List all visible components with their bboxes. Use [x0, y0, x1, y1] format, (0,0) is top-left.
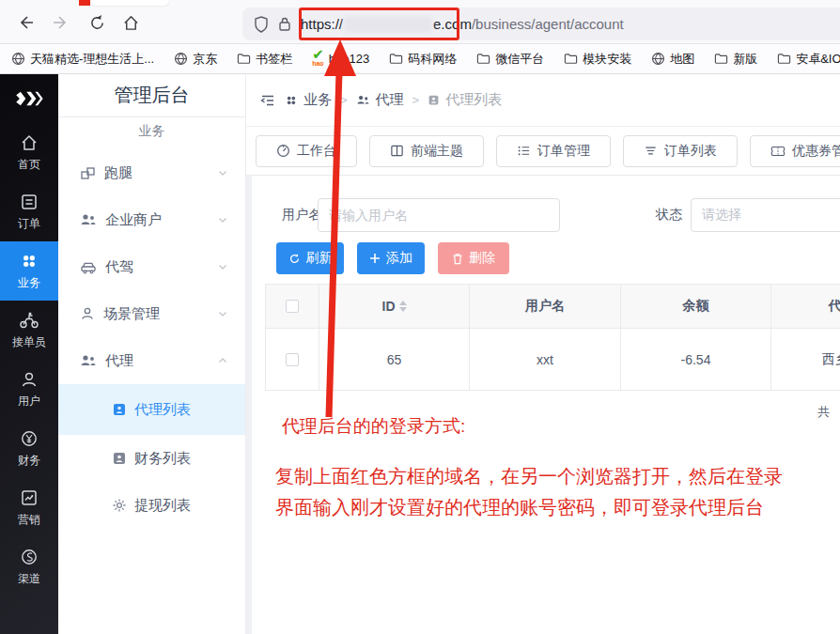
cell-username: xxt [470, 329, 621, 390]
rail-item-channels[interactable]: 渠道 [0, 537, 58, 596]
hao123-icon: ✔hao [312, 50, 324, 69]
gear-icon [112, 498, 127, 513]
folder-icon [237, 52, 251, 66]
refresh-list-button[interactable]: 刷新 [276, 242, 344, 274]
rail-item-users[interactable]: 用户 [0, 360, 58, 419]
bookmarks-bar: 天猫精选-理想生活上... 京东 书签栏 ✔hao hao123 码科网络 微信… [0, 44, 840, 74]
rider-icon [19, 311, 39, 330]
column-header-balance: 余额 [621, 285, 771, 328]
id-badge-icon [428, 94, 440, 106]
rail-item-business[interactable]: 业务 [0, 241, 58, 301]
chevron-down-icon [217, 214, 228, 225]
app-logo[interactable] [0, 74, 58, 123]
coupon-icon [770, 145, 786, 158]
person-icon [80, 306, 95, 321]
chevron-down-icon [217, 261, 228, 272]
username-input[interactable] [318, 198, 560, 232]
bookmark-item[interactable]: 模块安装 [564, 51, 631, 68]
people-icon [80, 212, 97, 227]
breadcrumb-separator: > [340, 93, 348, 107]
table-row[interactable]: 65 xxt -6.54 西乡塘 [266, 329, 840, 390]
order-icon [20, 193, 39, 211]
row-checkbox[interactable] [286, 353, 299, 366]
chevron-down-icon [217, 308, 228, 319]
breadcrumb-item-agent-list: 代理列表 [428, 91, 502, 109]
folder-icon [714, 52, 728, 66]
menu-item-enterprise[interactable]: 企业商户 [58, 196, 245, 243]
username-label: 用户名 [282, 207, 321, 224]
forward-button[interactable] [49, 10, 73, 35]
globe-icon [174, 52, 188, 66]
refresh-button[interactable] [85, 10, 109, 35]
rail-item-finance[interactable]: 财务 [0, 419, 58, 478]
dashboard-icon [276, 144, 290, 158]
column-header-username: 用户名 [470, 285, 621, 328]
rail-item-couriers[interactable]: 接单员 [0, 301, 58, 360]
bookmark-item[interactable]: 新版 [714, 51, 757, 68]
refresh-icon [288, 253, 301, 265]
home-icon [20, 133, 39, 152]
select-all-checkbox[interactable] [286, 300, 299, 313]
breadcrumb: 业务 > 代理 > 代理列表 [246, 74, 840, 127]
collapse-sidebar-icon[interactable] [259, 92, 276, 109]
bookmark-item[interactable]: 天猫精选-理想生活上... [11, 51, 154, 68]
status-placeholder: 请选择 [702, 207, 741, 224]
active-tab-sliver[interactable] [90, 0, 169, 6]
finance-icon [20, 429, 39, 448]
submenu-item-finance-list[interactable]: 财务列表 [58, 435, 245, 482]
globe-icon [651, 52, 665, 66]
breadcrumb-item-agents[interactable]: 代理 [356, 91, 404, 109]
chevron-up-icon [217, 355, 228, 366]
apps-icon [285, 94, 298, 107]
tab-workbench[interactable]: 工作台 [256, 135, 357, 167]
bookmark-item[interactable]: 微信平台 [476, 51, 544, 68]
pagination-total: 共 [817, 404, 830, 421]
cell-agent: 西乡塘 [771, 329, 840, 390]
bookmark-item[interactable]: 码科网络 [389, 51, 457, 68]
list-manage-icon [517, 144, 531, 158]
tab-order-list[interactable]: 订单列表 [623, 135, 738, 167]
annotation-line: 复制上面红色方框的域名，在另一个浏览器打开，然后在登录 [275, 461, 835, 492]
menu-item-errand[interactable]: 跑腿 [58, 149, 245, 196]
sidebar-title: 管理后台 [58, 74, 245, 117]
tab-coupon-manage[interactable]: 优惠券管理 [750, 135, 840, 167]
submenu-item-agent-list[interactable]: 代理列表 [58, 384, 245, 435]
id-badge-icon [112, 451, 127, 466]
home-button[interactable] [118, 10, 143, 35]
delete-button[interactable]: 删除 [438, 242, 509, 274]
sidebar-subtitle: 业务 [58, 117, 245, 146]
shield-icon[interactable] [254, 16, 269, 33]
bookmark-item[interactable]: 京东 [174, 51, 217, 68]
bookmark-item[interactable]: 书签栏 [237, 51, 292, 68]
lock-icon[interactable] [278, 16, 291, 32]
menu-item-agents[interactable]: 代理 [58, 337, 245, 384]
bookmark-item[interactable]: 地图 [651, 51, 694, 68]
rail-item-orders[interactable]: 订单 [0, 182, 58, 241]
chevron-down-icon [217, 167, 228, 178]
submenu-item-withdraw-list[interactable]: 提现列表 [58, 482, 245, 529]
sort-icon[interactable] [399, 301, 407, 312]
status-label: 状态 [656, 207, 682, 224]
back-button[interactable] [13, 10, 38, 35]
menu-item-scenes[interactable]: 场景管理 [58, 290, 245, 337]
main-content: 业务 > 代理 > 代理列表 工作台 [246, 74, 840, 634]
apps-icon [20, 252, 39, 271]
annotation-title: 代理后台的的登录方式: [282, 414, 465, 439]
tab-frontend-theme[interactable]: 前端主题 [369, 135, 484, 167]
url-path: /business/agent/account [472, 16, 624, 32]
rail-item-marketing[interactable]: 营销 [0, 478, 58, 537]
agent-table: ID 用户名 余额 代理 65 xxt -6.54 西乡塘 [265, 284, 840, 391]
bookmark-item[interactable]: 安卓&IOS上架 [777, 51, 840, 68]
plus-icon [369, 253, 381, 264]
tab-order-manage[interactable]: 订单管理 [496, 135, 611, 167]
bookmark-item[interactable]: ✔hao hao123 [312, 50, 369, 69]
id-badge-icon [112, 402, 127, 417]
column-header-id[interactable]: ID [319, 285, 470, 328]
tab-favicon-sliver [79, 0, 90, 6]
rail-item-home[interactable]: 首页 [0, 123, 58, 182]
status-select[interactable]: 请选择 [691, 198, 840, 232]
menu-item-driving[interactable]: 代驾 [58, 243, 245, 290]
breadcrumb-item-business[interactable]: 业务 [285, 91, 332, 109]
trash-icon [452, 253, 463, 265]
add-button[interactable]: 添加 [357, 242, 425, 274]
